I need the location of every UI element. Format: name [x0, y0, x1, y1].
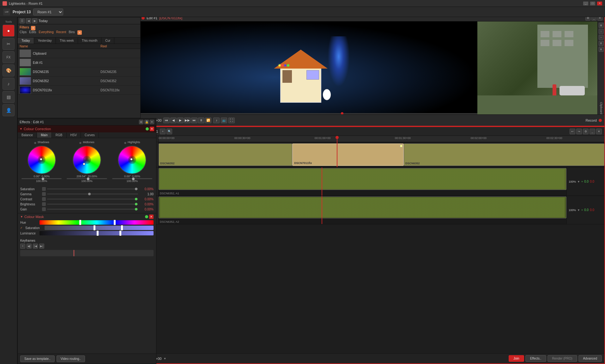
add-bin-button[interactable]: +: [77, 30, 82, 35]
strip-btn-4[interactable]: ⬆: [599, 41, 604, 46]
hue-handle-1[interactable]: [79, 220, 81, 225]
video-progress-bar[interactable]: [140, 113, 477, 114]
shadows-wheel[interactable]: [27, 146, 56, 174]
a2-level-dropdown[interactable]: ▼: [577, 209, 580, 212]
strip-btn-3[interactable]: ↔: [599, 35, 604, 40]
luminance-bar[interactable]: [39, 231, 154, 235]
contrast-reset[interactable]: [42, 197, 46, 201]
strip-btn-5[interactable]: ⬇: [599, 47, 604, 52]
add-filter-button[interactable]: +: [31, 26, 35, 30]
saturation-reset[interactable]: [42, 187, 46, 191]
filter-edits[interactable]: Edits: [29, 30, 36, 35]
tl-settings-button[interactable]: ⚙: [583, 129, 589, 134]
filter-everything[interactable]: Everything: [39, 30, 53, 35]
cc-tab-hsv[interactable]: HSV: [67, 132, 81, 138]
cc-header[interactable]: ▼ Colour Correction ✕: [18, 125, 156, 132]
hue-handle-2[interactable]: [114, 220, 116, 225]
cc-tab-balance[interactable]: Balance: [18, 132, 37, 138]
brightness-slider[interactable]: [47, 204, 138, 204]
shadows-slider[interactable]: [21, 178, 62, 179]
list-item[interactable]: Clipboard: [18, 49, 140, 58]
kf-prev-button[interactable]: ◀|: [27, 244, 32, 249]
tab-this-week[interactable]: This week: [56, 38, 78, 44]
gamma-reset[interactable]: [42, 192, 46, 196]
forward-button[interactable]: ▶: [32, 18, 37, 23]
tool-record-button[interactable]: ●: [3, 25, 15, 37]
gain-slider[interactable]: [47, 209, 138, 209]
v1-clip-1[interactable]: DSCN6352: [159, 143, 292, 166]
shadows-dot[interactable]: [40, 158, 42, 161]
loop-button[interactable]: 🔁: [205, 118, 211, 123]
maximize-button[interactable]: □: [590, 1, 596, 6]
audio-toggle-button[interactable]: ♪: [213, 118, 220, 123]
tab-today[interactable]: Today: [18, 38, 34, 44]
a1-level-dropdown[interactable]: ▼: [577, 180, 580, 183]
hue-bar[interactable]: [39, 220, 154, 225]
cc-tab-main[interactable]: Main: [37, 132, 52, 138]
midtones-dot[interactable]: [83, 163, 85, 165]
tl-redo-button[interactable]: ↪: [576, 129, 582, 134]
a1-clip[interactable]: [159, 168, 566, 190]
list-item[interactable]: Edit #1: [18, 58, 140, 67]
record-indicator[interactable]: [599, 119, 602, 122]
effects-ctrl-1[interactable]: ⊞: [139, 120, 143, 124]
tl-add-button[interactable]: +: [160, 129, 166, 134]
kf-add-button[interactable]: +: [20, 244, 25, 249]
kf-prev2-button[interactable]: |◀: [33, 244, 38, 249]
list-item[interactable]: DSCN6235 DSCN6235: [18, 67, 140, 76]
tl-close-button[interactable]: ✕: [596, 129, 602, 134]
back-button[interactable]: ◀: [26, 18, 31, 23]
fullscreen-button[interactable]: ⛶: [228, 118, 235, 123]
play-button[interactable]: ▶: [177, 118, 184, 123]
a2-clip[interactable]: [159, 197, 566, 218]
sat-handle-2[interactable]: [121, 225, 123, 230]
output-toggle-button[interactable]: 📺: [221, 118, 227, 123]
brightness-reset[interactable]: [42, 202, 46, 206]
sat-handle-1[interactable]: [94, 225, 95, 230]
tool-users-button[interactable]: 👤: [3, 104, 15, 116]
tab-yesterday[interactable]: Yesterday: [34, 38, 56, 44]
cc-tab-curves[interactable]: Curves: [81, 132, 99, 138]
effects-close[interactable]: ✕: [150, 120, 154, 124]
kf-next-button[interactable]: ▶|: [39, 244, 44, 249]
cm-remove-button[interactable]: ✕: [149, 215, 154, 219]
filter-recent[interactable]: Recent: [56, 30, 66, 35]
gamma-slider[interactable]: [47, 194, 138, 194]
effects-ctrl-2[interactable]: 🔒: [144, 120, 149, 124]
room-selector[interactable]: Room #1: [33, 9, 63, 15]
lum-handle-1[interactable]: [97, 231, 99, 236]
tool-effects-button[interactable]: FX: [3, 51, 15, 63]
filter-bins[interactable]: Bins: [69, 30, 75, 35]
effects-button[interactable]: Effects..: [525, 355, 546, 362]
render-button[interactable]: Render (PRO): [548, 355, 577, 362]
tab-this-month[interactable]: This month: [78, 38, 101, 44]
gain-reset[interactable]: [42, 207, 46, 211]
strip-btn-1[interactable]: ⊞: [599, 23, 604, 28]
menu-button[interactable]: ☰: [20, 18, 25, 23]
play-rev-button[interactable]: ◀: [170, 118, 177, 123]
goto-start-button[interactable]: ⏮: [163, 118, 170, 123]
cc-remove-button[interactable]: ✕: [150, 127, 154, 131]
keyframes-bar[interactable]: [20, 250, 154, 256]
cc-tab-rgb[interactable]: RGB: [52, 132, 67, 138]
strip-btn-2[interactable]: ↕: [599, 29, 604, 34]
midtones-slider[interactable]: [67, 178, 107, 179]
tool-layers-button[interactable]: ▤: [3, 91, 15, 103]
v1-clip-3[interactable]: DSCN6352: [404, 143, 604, 166]
tl-zoom-button[interactable]: 🔍: [166, 129, 172, 134]
saturation-slider[interactable]: [47, 189, 138, 189]
tool-color-button[interactable]: 🎨: [3, 64, 15, 76]
filter-clips[interactable]: Clips: [20, 30, 27, 35]
a1-plus[interactable]: +: [581, 180, 583, 183]
close-button[interactable]: ✕: [597, 1, 602, 6]
pause-button[interactable]: ⏸: [198, 118, 204, 123]
tab-current[interactable]: Cur: [101, 38, 114, 44]
highlights-slider[interactable]: [112, 178, 152, 179]
lum-handle-2[interactable]: [119, 231, 121, 236]
goto-end-button[interactable]: ⏭: [191, 118, 197, 123]
midtones-wheel[interactable]: [73, 146, 101, 174]
list-item[interactable]: DSCN7011fix DSCN7011fix: [18, 86, 140, 95]
advanced-button[interactable]: Advanced: [578, 355, 602, 362]
tl-undo-button[interactable]: ↩: [570, 129, 575, 134]
minimize-button[interactable]: _: [583, 1, 589, 6]
